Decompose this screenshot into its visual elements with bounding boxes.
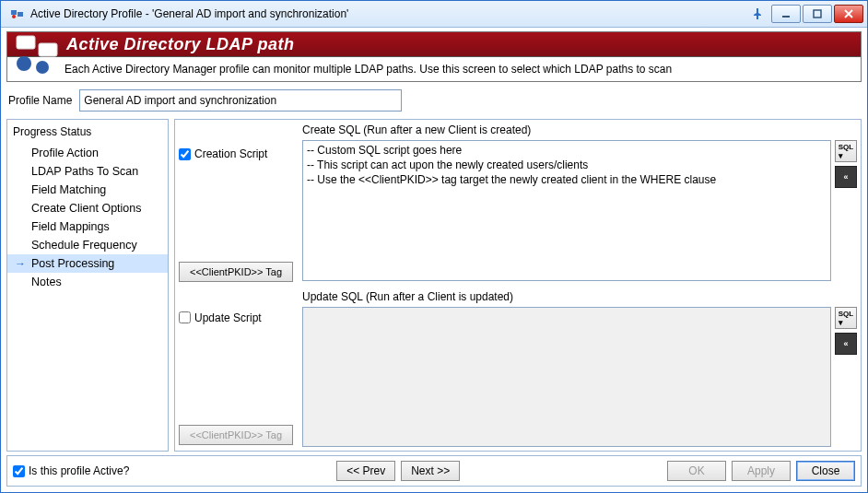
sidebar-item-label: Notes xyxy=(31,276,62,288)
sidebar-item-create-client-options[interactable]: Create Client Options xyxy=(7,199,168,217)
update-sql-textarea xyxy=(302,307,831,448)
update-script-label: Update Script xyxy=(194,311,262,324)
profile-name-label: Profile Name xyxy=(8,94,72,107)
update-script-checkbox[interactable] xyxy=(179,311,191,323)
banner-title: Active Directory LDAP path xyxy=(66,35,294,54)
banner: Active Directory LDAP path Each Active D… xyxy=(6,31,862,82)
window-controls xyxy=(771,5,863,23)
create-sql-tools: SQL▾ « xyxy=(835,140,855,281)
sidebar-item-label: LDAP Paths To Scan xyxy=(31,165,138,178)
sidebar-item-ldap-paths[interactable]: LDAP Paths To Scan xyxy=(7,162,168,181)
sidebar: Progress Status Profile Action LDAP Path… xyxy=(6,119,169,452)
svg-rect-4 xyxy=(814,10,821,18)
sidebar-item-label: Profile Action xyxy=(31,147,99,159)
next-button[interactable]: Next >> xyxy=(401,461,460,481)
sidebar-list: Profile Action LDAP Paths To Scan Field … xyxy=(7,144,168,447)
sql-dropdown-button-create[interactable]: SQL▾ xyxy=(835,140,857,162)
pin-icon[interactable] xyxy=(747,6,768,22)
main-panel: Creation Script <<ClientPKID>> Tag Updat… xyxy=(174,119,862,452)
window-root: Active Directory Profile - 'General AD i… xyxy=(0,0,868,493)
profile-name-row: Profile Name xyxy=(6,86,862,115)
collapse-button-update[interactable]: « xyxy=(835,333,857,355)
app-icon xyxy=(10,6,25,21)
svg-point-2 xyxy=(12,15,16,18)
apply-button: Apply xyxy=(732,461,791,481)
sidebar-item-label: Field Matching xyxy=(31,183,106,196)
titlebar[interactable]: Active Directory Profile - 'General AD i… xyxy=(1,1,867,28)
content-area: Active Directory LDAP path Each Active D… xyxy=(1,28,867,492)
collapse-button-create[interactable]: « xyxy=(835,166,857,188)
clientpkid-tag-button-update: <<ClientPKID>> Tag xyxy=(179,425,293,445)
creation-script-checkbox[interactable] xyxy=(179,148,191,160)
chevron-left-icon: « xyxy=(843,172,848,182)
sidebar-item-label: Schedule Frequency xyxy=(31,239,137,252)
svg-rect-6 xyxy=(39,43,57,56)
banner-icon xyxy=(13,34,61,75)
banner-subtitle: Each Active Directory Manager profile ca… xyxy=(7,56,861,81)
svg-rect-1 xyxy=(18,12,23,17)
creation-script-label: Creation Script xyxy=(194,147,267,160)
active-checkbox[interactable] xyxy=(13,465,25,477)
sidebar-item-label: Field Mappings xyxy=(31,220,110,233)
window-title: Active Directory Profile - 'General AD i… xyxy=(30,7,747,20)
svg-rect-0 xyxy=(11,10,17,15)
minimize-button[interactable] xyxy=(771,5,801,23)
sidebar-item-profile-action[interactable]: Profile Action xyxy=(7,144,168,162)
creation-script-checkbox-row[interactable]: Creation Script xyxy=(179,147,293,160)
update-script-checkbox-row[interactable]: Update Script xyxy=(179,311,293,324)
sidebar-item-field-matching[interactable]: Field Matching xyxy=(7,181,168,199)
ok-button: OK xyxy=(667,461,726,481)
chevron-left-icon: « xyxy=(843,339,848,348)
arrow-right-icon: → xyxy=(15,257,26,270)
sidebar-title: Progress Status xyxy=(7,123,168,144)
sidebar-item-label: Create Client Options xyxy=(31,202,142,215)
profile-name-input[interactable] xyxy=(79,89,402,112)
sidebar-item-notes[interactable]: Notes xyxy=(7,273,168,291)
sidebar-item-post-processing[interactable]: →Post Processing xyxy=(7,254,168,273)
sql-icon: SQL▾ xyxy=(839,309,853,327)
body: Progress Status Profile Action LDAP Path… xyxy=(6,119,862,452)
update-sql-tools: SQL▾ « xyxy=(835,307,855,448)
sql-dropdown-button-update[interactable]: SQL▾ xyxy=(835,307,857,329)
create-sql-label: Create SQL (Run after a new Client is cr… xyxy=(302,123,855,138)
footer: Is this profile Active? << Prev Next >> … xyxy=(6,455,862,487)
prev-button[interactable]: << Prev xyxy=(336,461,395,481)
sql-column: Create SQL (Run after a new Client is cr… xyxy=(297,120,861,451)
close-window-button[interactable] xyxy=(834,5,863,23)
clientpkid-tag-button-create[interactable]: <<ClientPKID>> Tag xyxy=(179,262,293,282)
svg-point-7 xyxy=(17,56,31,71)
svg-rect-3 xyxy=(782,16,790,18)
svg-rect-5 xyxy=(17,36,35,49)
sidebar-item-field-mappings[interactable]: Field Mappings xyxy=(7,217,168,236)
sidebar-item-schedule-frequency[interactable]: Schedule Frequency xyxy=(7,236,168,254)
update-sql-label: Update SQL (Run after a Client is update… xyxy=(302,290,855,305)
svg-point-8 xyxy=(36,61,49,74)
active-checkbox-row[interactable]: Is this profile Active? xyxy=(13,464,129,477)
sql-icon: SQL▾ xyxy=(839,142,853,160)
maximize-button[interactable] xyxy=(803,5,832,23)
sidebar-item-label: Post Processing xyxy=(31,257,114,270)
create-sql-textarea[interactable] xyxy=(302,140,831,281)
close-button[interactable]: Close xyxy=(796,461,855,481)
active-label: Is this profile Active? xyxy=(29,464,129,477)
options-column: Creation Script <<ClientPKID>> Tag Updat… xyxy=(175,120,297,451)
